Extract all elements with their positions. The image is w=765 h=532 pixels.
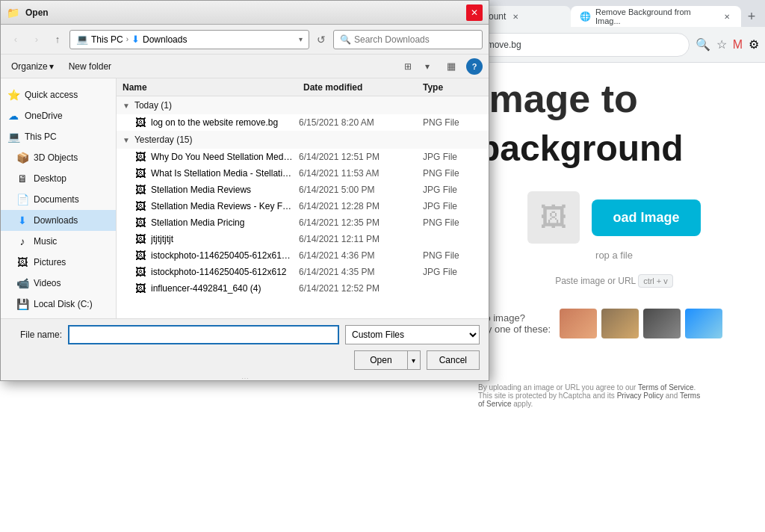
file-icon-9: 🖼 [134, 282, 146, 294]
sample-image-2[interactable] [601, 309, 639, 338]
upload-area: 🖼 oad Image rop a file Paste image or UR… [478, 184, 750, 286]
file-type-5: PNG File [423, 217, 483, 228]
sidebar-item-music[interactable]: ♪ Music [1, 231, 116, 252]
filename-row: File name: Custom Files All Files (*.*) [10, 325, 480, 344]
sample-image-4[interactable] [685, 309, 722, 338]
breadcrumb-bar[interactable]: 💻 This PC › ⬇ Downloads ▾ [69, 30, 309, 49]
privacy-link[interactable]: Privacy Policy [617, 392, 663, 400]
col-type-header[interactable]: Type [423, 82, 483, 93]
filename-input[interactable] [68, 325, 339, 344]
no-image-section: No image? Try one of these: [478, 309, 750, 338]
file-row[interactable]: 🖼 jtjtjtjtjt 6/14/2021 12:11 PM [117, 231, 489, 247]
tab-remove-bg-close[interactable]: ✕ [722, 11, 732, 22]
sidebar-item-3d-objects[interactable]: 📦 3D Objects [1, 147, 116, 168]
file-row[interactable]: 🖼 What Is Stellation Media - Stellation … [117, 165, 489, 182]
file-row[interactable]: 🖼 Stellation Media Reviews 6/14/2021 5:0… [117, 182, 489, 198]
refresh-button[interactable]: ↺ [312, 31, 330, 49]
tab-account-close[interactable]: ✕ [510, 11, 521, 22]
view-list-button[interactable]: ⊞ [399, 58, 417, 75]
file-type-0: PNG File [423, 117, 483, 128]
open-button[interactable]: Open [354, 350, 406, 370]
file-name-8: istockphoto-1146250405-612x612 [151, 267, 294, 277]
col-date-header[interactable]: Date modified [303, 82, 423, 93]
sidebar-item-quick-access[interactable]: ⭐ Quick access [1, 84, 116, 105]
file-row[interactable]: 🖼 Why Do You Need Stellation Media To Gr… [117, 149, 489, 165]
file-row[interactable]: 🖼 Stellation Media Pricing 6/14/2021 12:… [117, 214, 489, 231]
panel-button[interactable]: ▦ [442, 58, 460, 75]
hero-line2: background [478, 128, 750, 169]
this-pc-label: This PC [25, 132, 57, 142]
paste-shortcut: ctrl + v [638, 274, 673, 288]
file-name-2: What Is Stellation Media - Stellation Me… [151, 168, 294, 179]
sample-image-1[interactable] [560, 309, 597, 338]
sidebar-item-videos[interactable]: 📹 Videos [1, 273, 116, 294]
music-icon: ♪ [16, 235, 29, 247]
3d-objects-icon: 📦 [16, 152, 29, 164]
help-button[interactable]: ? [466, 58, 483, 75]
tab-remove-bg[interactable]: 🌐 Remove Background from Imag... ✕ [571, 6, 741, 27]
browser-search-icon: 🔍 [696, 37, 710, 52]
breadcrumb-dropdown-arrow[interactable]: ▾ [299, 35, 303, 43]
browser-address-bar: 🔍 ☆ M ⚙ [463, 27, 765, 63]
filetype-select[interactable]: Custom Files All Files (*.*) [345, 325, 480, 344]
forward-button[interactable]: › [28, 31, 46, 49]
file-icon-2: 🖼 [134, 167, 146, 179]
sidebar-item-documents[interactable]: 📄 Documents [1, 189, 116, 210]
sidebar-item-this-pc[interactable]: 💻 This PC [1, 126, 116, 147]
search-input[interactable] [354, 34, 476, 45]
cancel-button[interactable]: Cancel [427, 350, 480, 370]
quick-access-label: Quick access [25, 90, 78, 100]
sidebar-item-desktop[interactable]: 🖥 Desktop [1, 168, 116, 189]
documents-icon: 📄 [16, 194, 29, 205]
desktop-icon: 🖥 [16, 173, 29, 185]
file-row[interactable]: 🖼 influencer-4492841_640 (4) 6/14/2021 1… [117, 280, 489, 297]
sidebar-item-downloads[interactable]: ⬇ Downloads [1, 210, 116, 231]
sidebar-item-onedrive[interactable]: ☁ OneDrive [1, 105, 116, 126]
organize-arrow: ▾ [49, 61, 54, 72]
file-list: ▼ Today (1) 🖼 log on to the website remo… [117, 96, 489, 318]
file-icon-4: 🖼 [134, 200, 146, 212]
upload-btn[interactable]: oad Image [592, 200, 700, 236]
back-button[interactable]: ‹ [7, 31, 25, 49]
file-type-1: JPG File [423, 152, 483, 162]
browser-chrome-icon[interactable]: ⚙ [749, 37, 759, 52]
local-disk-icon: 💾 [16, 298, 29, 310]
file-row[interactable]: 🖼 Stellation Media Reviews - Key Feature… [117, 198, 489, 214]
sidebar-item-pictures[interactable]: 🖼 Pictures [1, 252, 116, 273]
file-name-4: Stellation Media Reviews - Key Features [151, 201, 294, 211]
new-folder-button[interactable]: New folder [64, 58, 116, 75]
file-row[interactable]: 🖼 log on to the website remove.bg 6/15/2… [117, 114, 489, 131]
tab-remove-bg-label: Remove Background from Imag... [595, 7, 717, 25]
onedrive-label: OneDrive [25, 111, 63, 121]
file-row[interactable]: 🖼 istockphoto-1146250405-612x612 6/14/20… [117, 264, 489, 280]
dialog-main-area: ⭐ Quick access ☁ OneDrive 💻 This PC 📦 3D… [1, 78, 489, 318]
resize-handle[interactable]: ⋯ [1, 376, 489, 380]
pictures-icon: 🖼 [16, 256, 29, 268]
dialog-close-button[interactable]: ✕ [466, 4, 483, 21]
breadcrumb-current: Downloads [143, 34, 187, 45]
terms-link[interactable]: Terms of Service [638, 383, 693, 392]
file-row[interactable]: 🖼 istockphoto-1146250405-612x612-remov..… [117, 247, 489, 264]
col-name-header[interactable]: Name [123, 82, 303, 93]
sample-images [560, 309, 722, 338]
address-input[interactable] [469, 33, 690, 57]
group-today: ▼ Today (1) [117, 96, 489, 114]
file-date-0: 6/15/2021 8:20 AM [299, 117, 418, 128]
sidebar: ⭐ Quick access ☁ OneDrive 💻 This PC 📦 3D… [1, 78, 117, 318]
organize-button[interactable]: Organize ▾ [7, 58, 58, 75]
browser-gmail-icon[interactable]: M [733, 38, 743, 52]
group-yesterday-chevron: ▼ [123, 136, 130, 144]
file-name-9: influencer-4492841_640 (4) [151, 283, 294, 294]
browser-tabs: cccount ✕ 🌐 Remove Background from Imag.… [463, 0, 765, 27]
local-disk-label: Local Disk (C:) [34, 299, 93, 309]
search-bar[interactable]: 🔍 [333, 30, 483, 49]
up-button[interactable]: ↑ [49, 31, 66, 49]
file-type-4: JPG File [423, 201, 483, 211]
sample-image-3[interactable] [643, 309, 681, 338]
open-dropdown-arrow[interactable]: ▾ [407, 350, 421, 370]
terms-service-link[interactable]: Terms of Service [478, 392, 700, 408]
sidebar-item-local-disk[interactable]: 💾 Local Disk (C:) [1, 294, 116, 315]
view-options-button[interactable]: ▾ [418, 58, 436, 75]
browser-star-icon[interactable]: ☆ [716, 37, 727, 52]
new-tab-button[interactable]: + [741, 6, 762, 27]
